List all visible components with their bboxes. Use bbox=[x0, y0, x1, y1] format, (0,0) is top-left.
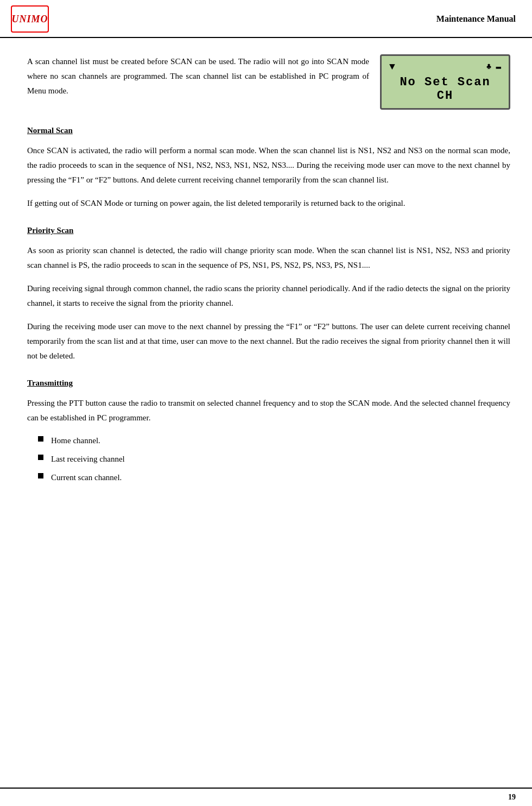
para-normal-scan-1: If getting out of SCAN Mode or turning o… bbox=[27, 196, 510, 211]
lcd-battery-icon: ▬ bbox=[496, 62, 501, 72]
para-priority-scan-0: As soon as priority scan channel is dete… bbox=[27, 243, 510, 273]
intro-text: A scan channel list must be created befo… bbox=[27, 54, 369, 98]
lcd-status-icons: ♣ ▬ bbox=[486, 62, 501, 72]
page-header: UNIMO Maintenance Manual bbox=[0, 0, 532, 38]
heading-transmitting: Transmitting bbox=[27, 379, 510, 388]
page-footer: 19 bbox=[0, 788, 532, 806]
logo-box: UNIMO bbox=[11, 5, 49, 33]
section-priority-scan: Priority ScanAs soon as priority scan ch… bbox=[27, 226, 510, 363]
logo-text: UNIMO bbox=[12, 14, 48, 25]
bullet-square-icon bbox=[38, 455, 43, 460]
page-number: 19 bbox=[508, 793, 516, 802]
intro-section: A scan channel list must be created befo… bbox=[27, 54, 510, 110]
page-title: Maintenance Manual bbox=[436, 14, 516, 24]
heading-priority-scan: Priority Scan bbox=[27, 226, 510, 235]
lcd-person-icon: ♣ bbox=[486, 62, 492, 72]
list-item-text: Last receiving channel bbox=[51, 452, 125, 465]
logo-area: UNIMO bbox=[11, 5, 49, 33]
list-item: Home channel. bbox=[38, 434, 510, 447]
para-normal-scan-0: Once SCAN is activated, the radio will p… bbox=[27, 143, 510, 187]
para-transmitting-0: Pressing the PTT button cause the radio … bbox=[27, 396, 510, 425]
list-item: Last receiving channel bbox=[38, 452, 510, 465]
heading-normal-scan: Normal Scan bbox=[27, 126, 510, 135]
para-priority-scan-2: During the receiving mode user can move … bbox=[27, 319, 510, 363]
list-item-text: Home channel. bbox=[51, 434, 100, 447]
section-normal-scan: Normal ScanOnce SCAN is activated, the r… bbox=[27, 126, 510, 211]
lcd-top-bar: ▼ ♣ ▬ bbox=[389, 61, 501, 72]
lcd-display: ▼ ♣ ▬ No Set Scan CH bbox=[380, 54, 510, 110]
lcd-main-text: No Set Scan CH bbox=[389, 75, 501, 103]
bullet-square-icon bbox=[38, 436, 43, 442]
list-item-text: Current scan channel. bbox=[51, 471, 122, 484]
sections-container: Normal ScanOnce SCAN is activated, the r… bbox=[27, 126, 510, 484]
main-content: A scan channel list must be created befo… bbox=[0, 38, 532, 515]
bullet-list-transmitting: Home channel.Last receiving channelCurre… bbox=[27, 434, 510, 484]
para-priority-scan-1: During receiving signal through common c… bbox=[27, 281, 510, 311]
list-item: Current scan channel. bbox=[38, 471, 510, 484]
lcd-antenna-icon: ▼ bbox=[389, 61, 395, 72]
section-transmitting: TransmittingPressing the PTT button caus… bbox=[27, 379, 510, 484]
bullet-square-icon bbox=[38, 473, 43, 478]
